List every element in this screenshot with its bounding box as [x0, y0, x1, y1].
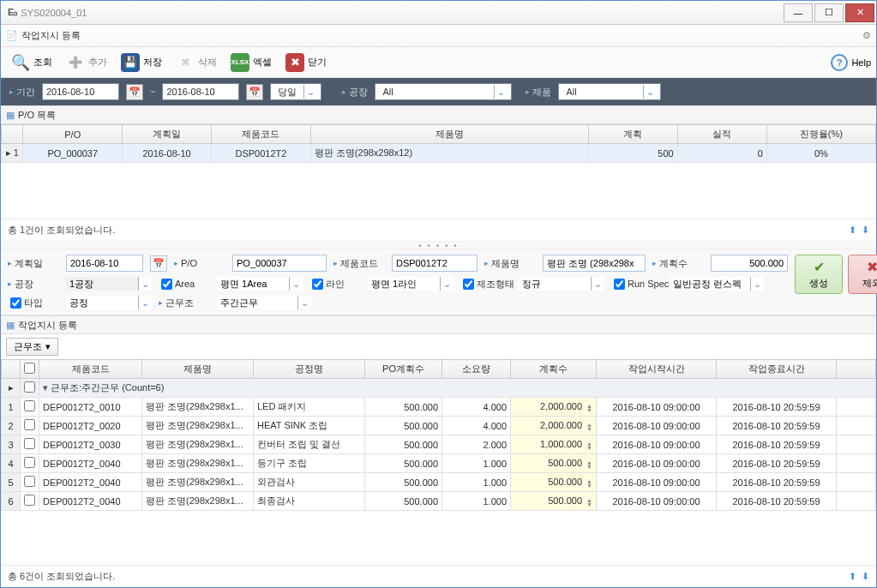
row-checkbox[interactable] — [24, 400, 35, 411]
wo-status-line: 총 6건이 조회되었습니다. ⬆ ⬇ — [1, 565, 876, 587]
calendar-icon[interactable]: 📅 — [246, 84, 263, 100]
area-select[interactable]: 평면 1Area⌄ — [217, 277, 303, 291]
spinner-icon[interactable]: ▲▼ — [586, 460, 592, 469]
wo-row[interactable]: 2DEP0012T2_0020평판 조명(298x298x1...HEAT SI… — [2, 417, 876, 435]
shift-select[interactable]: 주간근무⌄ — [217, 296, 311, 309]
po-grid[interactable]: P/O 계획일 제품코드 제품명 계획 실적 진행율(%) ▸ 1 PO_000… — [1, 124, 876, 219]
spinner-icon[interactable]: ▲▼ — [586, 423, 592, 431]
help-button[interactable]: ? Help — [831, 54, 871, 71]
group-checkbox[interactable] — [24, 381, 35, 393]
plan-date-input[interactable] — [66, 255, 143, 272]
close-label: 닫기 — [308, 56, 327, 69]
chevron-down-icon: ⌄ — [138, 296, 152, 309]
close-button[interactable]: ✖ 닫기 — [280, 50, 332, 75]
spinner-icon[interactable]: ▲▼ — [586, 404, 592, 412]
chevron-down-icon: ⌄ — [643, 85, 657, 99]
wo-row[interactable]: 3DEP0012T2_0030평판 조명(298x298x1...컨버터 조립 … — [2, 435, 876, 454]
page-header: 📄 작업지시 등록 ⚙ — [1, 25, 876, 47]
scroll-up-icon[interactable]: ⬆ — [849, 225, 856, 236]
delete-label: 삭제 — [198, 56, 217, 69]
period-label: 기간 — [9, 86, 35, 99]
prodcode-input — [392, 255, 478, 272]
wo-section-title: 작업지시 등록 — [18, 319, 77, 332]
row-checkbox[interactable] — [24, 419, 35, 430]
spinner-icon[interactable]: ▲▼ — [586, 441, 592, 450]
calendar-icon[interactable]: 📅 — [126, 84, 143, 100]
type-checkbox[interactable] — [10, 297, 21, 309]
po-label: P/O — [174, 258, 225, 268]
row-checkbox[interactable] — [24, 457, 35, 468]
chevron-down-icon: ⌄ — [289, 277, 303, 291]
factory-select[interactable]: All ⌄ — [375, 83, 512, 100]
add-label: 추가 — [88, 56, 107, 69]
date-to-input[interactable] — [162, 83, 239, 100]
date-from-input[interactable] — [42, 83, 119, 100]
search-label: 조회 — [33, 56, 52, 69]
settings-gear-icon[interactable]: ⚙ — [862, 30, 871, 41]
line-checkbox[interactable] — [312, 279, 323, 290]
po-input — [232, 255, 327, 272]
type-label: 타입 — [8, 297, 59, 309]
search-icon: 🔍 — [11, 53, 30, 72]
select-all-checkbox[interactable] — [24, 363, 35, 374]
scroll-down-icon[interactable]: ⬇ — [862, 225, 869, 236]
runspec-select[interactable]: 일반공정 런스펙⌄ — [670, 277, 764, 291]
wo-row[interactable]: 4DEP0012T2_0040평판 조명(298x298x1...등기구 조립5… — [2, 454, 876, 473]
runspec-checkbox[interactable] — [614, 279, 625, 290]
wo-row[interactable]: 5DEP0012T2_0040평판 조명(298x298x1...외관검사500… — [2, 473, 876, 492]
wo-grid[interactable]: 제품코드 제품명 공정명 PO계획수 소요량 계획수 작업시작시간 작업종료시간… — [1, 359, 876, 565]
period-type-select[interactable]: 당일 ⌄ — [270, 83, 321, 100]
save-icon: 💾 — [121, 53, 140, 72]
row-checkbox[interactable] — [24, 438, 35, 449]
row-checkbox[interactable] — [24, 476, 35, 487]
po-header-row: P/O 계획일 제품코드 제품명 계획 실적 진행율(%) — [2, 125, 876, 144]
po-status-line: 총 1건이 조회되었습니다. ⬆ ⬇ — [1, 219, 876, 241]
wo-row[interactable]: 1DEP0012T2_0010평판 조명(298x298x1...LED 패키지… — [2, 398, 876, 417]
group-row[interactable]: ▸ ▾ 근무조:주간근무 (Count=6) — [2, 379, 876, 398]
minimize-button[interactable]: — — [784, 3, 813, 22]
chevron-down-icon: ⌄ — [303, 85, 317, 99]
maximize-button[interactable]: ☐ — [814, 3, 844, 22]
page-icon: 📄 — [6, 30, 18, 41]
po-row[interactable]: ▸ 1 PO_000037 2016-08-10 DSP0012T2 평판 조명… — [2, 144, 876, 163]
app-icon: E₀ — [8, 7, 17, 18]
chevron-down-icon: ⌄ — [138, 277, 152, 291]
add-button[interactable]: ➕ 추가 — [61, 50, 112, 75]
wo-row[interactable]: 6DEP0012T2_0040평판 조명(298x298x1...최종검사500… — [2, 492, 876, 511]
search-button[interactable]: 🔍 조회 — [6, 50, 57, 75]
window-title: SYS020004_01 — [21, 8, 784, 18]
mfgtype-checkbox[interactable] — [463, 279, 474, 290]
chevron-down-icon: ⌄ — [750, 277, 764, 291]
prodname-label: 제품명 — [484, 257, 536, 270]
page-title: 작업지시 등록 — [21, 29, 862, 42]
excel-icon: XLSX — [231, 53, 249, 72]
mfgtype-select[interactable]: 정규⌄ — [519, 277, 604, 291]
row-checkbox[interactable] — [24, 495, 35, 506]
grid2-toolbar: 근무조 ▾ — [1, 334, 876, 359]
product-select[interactable]: All ⌄ — [558, 83, 661, 100]
excel-label: 엑셀 — [253, 56, 272, 69]
exclude-button[interactable]: ✖ 제외 — [848, 255, 877, 294]
group-by-button[interactable]: 근무조 ▾ — [6, 338, 58, 356]
type-select[interactable]: 공정⌄ — [66, 296, 152, 309]
close-window-button[interactable]: ✕ — [845, 3, 874, 22]
calendar-icon[interactable]: 📅 — [150, 255, 167, 272]
delete-button[interactable]: ✖ 삭제 — [171, 50, 222, 75]
spinner-icon[interactable]: ▲▼ — [586, 479, 592, 488]
area-checkbox[interactable] — [161, 279, 172, 290]
spinner-icon[interactable]: ▲▼ — [586, 498, 592, 507]
factory-select[interactable]: 1공장⌄ — [66, 277, 152, 291]
scroll-up-icon[interactable]: ⬆ — [849, 571, 856, 582]
wo-section-header: ▦ 작업지시 등록 — [1, 315, 876, 334]
planqty-label: 계획수 — [652, 257, 704, 270]
splitter[interactable]: • • • • • — [1, 241, 876, 249]
generate-button[interactable]: ✔ 생성 — [795, 255, 843, 294]
delete-icon: ✖ — [176, 53, 195, 72]
excel-button[interactable]: XLSX 엑셀 — [225, 50, 277, 75]
scroll-down-icon[interactable]: ⬇ — [862, 571, 869, 582]
cancel-icon: ✖ — [867, 259, 878, 275]
po-section-header: ▦ P/O 목록 — [1, 105, 876, 124]
line-select[interactable]: 평면 1라인⌄ — [368, 277, 454, 291]
save-button[interactable]: 💾 저장 — [116, 50, 167, 75]
plan-date-label: 계획일 — [8, 257, 59, 270]
